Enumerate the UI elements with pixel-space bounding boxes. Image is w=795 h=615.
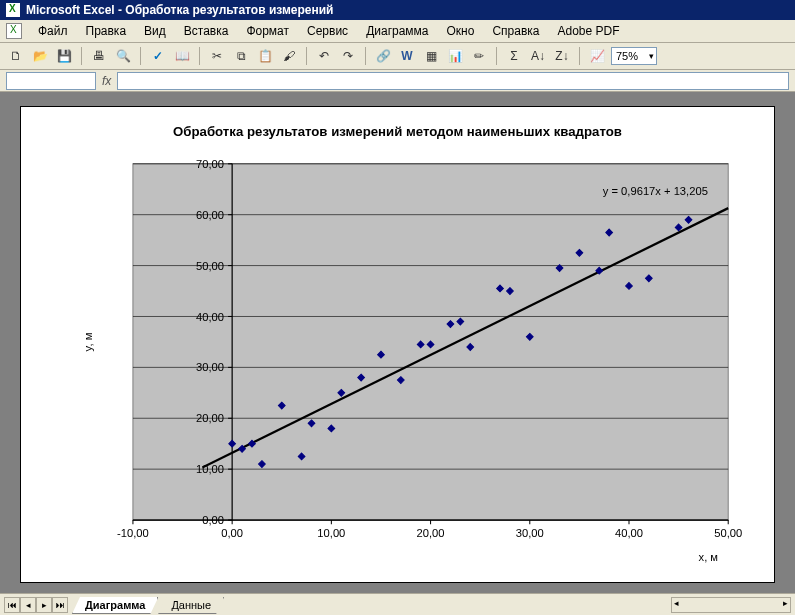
spellcheck-icon[interactable]: ✓ [148,46,168,66]
menu-adobe-pdf[interactable]: Adobe PDF [550,22,628,40]
menu-file[interactable]: Файл [30,22,76,40]
redo-icon[interactable]: ↷ [338,46,358,66]
excel-app-icon [6,3,20,17]
format-painter-icon[interactable]: 🖌 [279,46,299,66]
window-title: Microsoft Excel - Обработка результатов … [26,3,333,17]
separator [81,47,82,65]
sort-desc-icon[interactable]: Z↓ [552,46,572,66]
horizontal-scrollbar[interactable] [671,597,791,613]
tab-last-icon[interactable]: ⏭ [52,597,68,613]
word-icon[interactable]: W [397,46,417,66]
save-icon[interactable]: 💾 [54,46,74,66]
tab-nav: ⏮ ◂ ▸ ⏭ [0,597,72,613]
titlebar: Microsoft Excel - Обработка результатов … [0,0,795,20]
drawing-icon[interactable]: ✏ [469,46,489,66]
chart-sheet[interactable]: -10,000,0010,0020,0030,0040,0050,000,001… [20,106,775,583]
svg-text:Обработка результатов измерени: Обработка результатов измерений методом … [173,124,622,139]
zoom-value: 75% [616,50,638,62]
svg-text:y = 0,9617x + 13,205: y = 0,9617x + 13,205 [603,185,708,197]
print-icon[interactable]: 🖶 [89,46,109,66]
separator [365,47,366,65]
tab-first-icon[interactable]: ⏮ [4,597,20,613]
menubar: Файл Правка Вид Вставка Формат Сервис Ди… [0,20,795,43]
hyperlink-icon[interactable]: 🔗 [373,46,393,66]
formula-input[interactable] [117,72,789,90]
svg-text:x, м: x, м [699,551,718,563]
svg-text:40,00: 40,00 [615,526,643,538]
chart-canvas: -10,000,0010,0020,0030,0040,0050,000,001… [21,107,774,582]
svg-text:30,00: 30,00 [516,526,544,538]
zoom-selector[interactable]: 75% [611,47,657,65]
menu-insert[interactable]: Вставка [176,22,237,40]
svg-text:30,00: 30,00 [196,361,224,373]
undo-icon[interactable]: ↶ [314,46,334,66]
data-icon[interactable]: ▦ [421,46,441,66]
autosum-icon[interactable]: Σ [504,46,524,66]
sheet-tab-data[interactable]: Данные [158,597,224,614]
separator [199,47,200,65]
menu-view[interactable]: Вид [136,22,174,40]
paste-icon[interactable]: 📋 [255,46,275,66]
menu-service[interactable]: Сервис [299,22,356,40]
svg-text:0,00: 0,00 [202,514,224,526]
svg-text:50,00: 50,00 [196,260,224,272]
svg-text:40,00: 40,00 [196,311,224,323]
copy-icon[interactable]: ⧉ [231,46,251,66]
tab-label-data: Данные [171,599,211,611]
separator [306,47,307,65]
svg-text:-10,00: -10,00 [117,526,149,538]
menu-format[interactable]: Формат [238,22,297,40]
menu-edit[interactable]: Правка [78,22,135,40]
tab-prev-icon[interactable]: ◂ [20,597,36,613]
svg-text:70,00: 70,00 [196,158,224,170]
research-icon[interactable]: 📖 [172,46,192,66]
tab-label-chart: Диаграмма [85,599,145,611]
tab-scroll-area [224,597,795,613]
menu-help[interactable]: Справка [484,22,547,40]
menu-window[interactable]: Окно [439,22,483,40]
svg-text:60,00: 60,00 [196,209,224,221]
separator [496,47,497,65]
menu-chart[interactable]: Диаграмма [358,22,436,40]
svg-text:0,00: 0,00 [221,526,243,538]
name-box[interactable] [6,72,96,90]
cut-icon[interactable]: ✂ [207,46,227,66]
svg-text:y, м: y, м [82,332,94,351]
standard-toolbar: 🗋 📂 💾 🖶 🔍 ✓ 📖 ✂ ⧉ 📋 🖌 ↶ ↷ 🔗 W ▦ 📊 ✏ Σ A↓… [0,43,795,70]
formula-bar: fx [0,70,795,92]
workspace: -10,000,0010,0020,0030,0040,0050,000,001… [0,92,795,593]
fx-label[interactable]: fx [102,74,111,88]
sheet-tab-strip: ⏮ ◂ ▸ ⏭ Диаграмма Данные [0,593,795,615]
separator [579,47,580,65]
sheet-tab-chart[interactable]: Диаграмма [72,597,158,614]
tab-next-icon[interactable]: ▸ [36,597,52,613]
chart-wizard-icon[interactable]: 📈 [587,46,607,66]
chart-type-icon[interactable]: 📊 [445,46,465,66]
svg-text:20,00: 20,00 [196,412,224,424]
new-icon[interactable]: 🗋 [6,46,26,66]
svg-text:20,00: 20,00 [417,526,445,538]
separator [140,47,141,65]
print-preview-icon[interactable]: 🔍 [113,46,133,66]
svg-text:10,00: 10,00 [317,526,345,538]
sort-asc-icon[interactable]: A↓ [528,46,548,66]
svg-text:50,00: 50,00 [714,526,742,538]
open-icon[interactable]: 📂 [30,46,50,66]
excel-doc-icon[interactable] [6,23,22,39]
